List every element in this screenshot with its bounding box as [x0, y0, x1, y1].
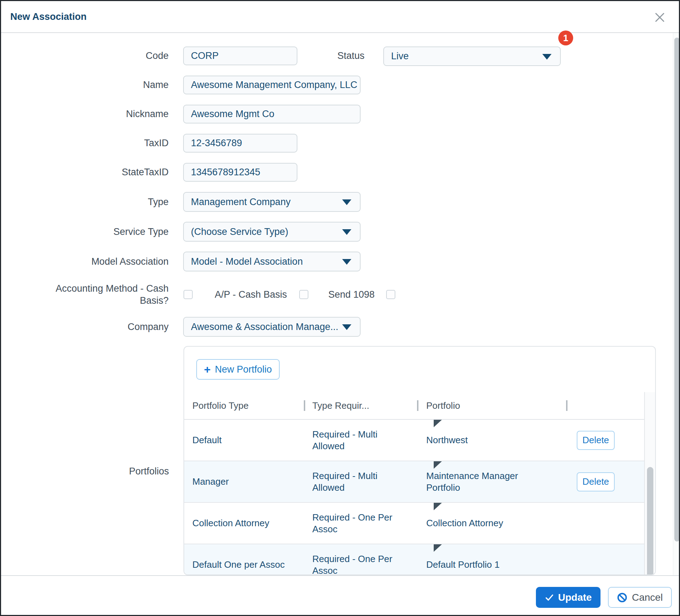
cell-actions: Delete [577, 420, 641, 461]
column-separator[interactable] [566, 400, 567, 411]
column-header-portfolio[interactable]: Portfolio [426, 392, 460, 419]
portfolio-table-header: Portfolio Type Type Requir... Portfolio [184, 392, 645, 420]
code-input[interactable]: CORP [183, 46, 297, 65]
cell-type-required: Required - One Per Assoc [312, 503, 415, 544]
cell-portfolio-type: Collection Attorney [192, 503, 302, 544]
cell-type-required: Required - Multi Allowed [312, 461, 415, 502]
ap-cash-basis-label: A/P - Cash Basis [215, 290, 287, 299]
table-scrollbar-thumb[interactable] [647, 467, 653, 575]
cell-portfolio[interactable]: Collection Attorney [426, 503, 568, 544]
table-row[interactable]: Collection Attorney Required - One Per A… [184, 503, 645, 544]
cell-edited-corner-icon [434, 503, 442, 510]
check-icon [545, 593, 554, 602]
statetaxid-input[interactable]: 1345678912345 [183, 163, 297, 182]
cell-actions [577, 503, 641, 544]
model-association-label: Model Association [1, 252, 169, 271]
taxid-value: 12-3456789 [191, 138, 242, 149]
update-label: Update [558, 592, 592, 603]
status-select[interactable]: Live [383, 46, 561, 66]
name-input[interactable]: Awesome Management Company, LLC [183, 76, 361, 94]
modal-footer: Update Cancel [1, 576, 679, 616]
cell-type-required: Required - One Per Assoc [312, 544, 415, 575]
close-button[interactable] [653, 10, 667, 24]
table-scrollbar-track[interactable] [644, 392, 656, 575]
chevron-down-icon [342, 199, 351, 205]
column-separator[interactable] [304, 400, 305, 411]
cell-portfolio-type: Default One per Assoc [192, 544, 302, 575]
chevron-down-icon [342, 259, 351, 265]
close-icon [654, 11, 666, 23]
modal-header: New Association [1, 1, 679, 33]
chevron-down-icon [542, 54, 552, 60]
column-header-portfolio-type[interactable]: Portfolio Type [192, 392, 249, 419]
send-1098-label: Send 1098 [328, 290, 375, 299]
new-portfolio-label: New Portfolio [215, 364, 272, 375]
cell-portfolio-type: Default [192, 420, 302, 461]
no-entry-icon [617, 592, 627, 603]
company-select[interactable]: Awesome & Association Manage... [183, 317, 361, 337]
cell-edited-corner-icon [434, 461, 442, 469]
cell-actions [577, 544, 641, 575]
cell-type-required: Required - Multi Allowed [312, 420, 415, 461]
cell-edited-corner-icon [434, 420, 442, 427]
model-association-value: Model - Model Association [191, 256, 303, 267]
new-association-modal: New Association 1 Code CORP Status Live … [0, 0, 680, 616]
portfolios-label: Portfolios [27, 466, 169, 477]
type-select[interactable]: Management Company [183, 192, 361, 212]
nickname-value: Awesome Mgmt Co [191, 109, 274, 120]
modal-title: New Association [10, 1, 87, 32]
cell-edited-corner-icon [434, 544, 442, 552]
cell-portfolio[interactable]: Default Portfolio 1 [426, 544, 568, 575]
cell-actions: Delete [577, 461, 641, 502]
update-button[interactable]: Update [536, 587, 601, 608]
name-value: Awesome Management Company, LLC [191, 79, 357, 90]
table-row[interactable]: Manager Required - Multi Allowed Mainten… [184, 461, 645, 503]
code-value: CORP [191, 50, 219, 61]
notification-badge: 1 [558, 31, 573, 45]
status-value: Live [391, 51, 409, 62]
delete-button[interactable]: Delete [577, 472, 615, 491]
code-label: Code [1, 46, 169, 65]
statetaxid-value: 1345678912345 [191, 167, 260, 178]
cell-portfolio[interactable]: Northwest [426, 420, 568, 461]
cancel-button[interactable]: Cancel [608, 587, 672, 608]
portfolios-panel: + New Portfolio Portfolio Type Type Requ… [183, 346, 656, 575]
chevron-down-icon [342, 324, 351, 330]
delete-button[interactable]: Delete [577, 431, 615, 450]
send-1098-checkbox[interactable] [386, 290, 395, 299]
name-label: Name [1, 76, 169, 94]
accounting-cash-basis-label: Accounting Method - Cash Basis? [27, 282, 169, 307]
taxid-input[interactable]: 12-3456789 [183, 134, 297, 153]
statetaxid-label: StateTaxID [1, 163, 169, 182]
table-row[interactable]: Default One per Assoc Required - One Per… [184, 544, 645, 575]
type-value: Management Company [191, 197, 291, 208]
taxid-label: TaxID [1, 134, 169, 153]
chevron-down-icon [342, 229, 351, 235]
service-type-select[interactable]: (Choose Service Type) [183, 222, 361, 242]
company-label: Company [1, 317, 169, 337]
cancel-label: Cancel [632, 592, 663, 603]
table-row[interactable]: Default Required - Multi Allowed Northwe… [184, 420, 645, 461]
status-label: Status [294, 46, 364, 65]
new-portfolio-button[interactable]: + New Portfolio [196, 359, 280, 380]
nickname-input[interactable]: Awesome Mgmt Co [183, 105, 361, 123]
nickname-label: Nickname [1, 105, 169, 123]
modal-scrollbar-thumb[interactable] [674, 38, 680, 541]
column-separator[interactable] [417, 400, 418, 411]
ap-cash-basis-checkbox[interactable] [299, 290, 308, 299]
plus-icon: + [204, 364, 211, 375]
cell-portfolio[interactable]: Maintenance Manager Portfolio [426, 461, 568, 502]
model-association-select[interactable]: Model - Model Association [183, 252, 361, 271]
column-header-type-required[interactable]: Type Requir... [312, 392, 369, 419]
type-label: Type [1, 192, 169, 212]
service-type-label: Service Type [1, 222, 169, 242]
accounting-cash-basis-checkbox[interactable] [183, 290, 193, 299]
cell-portfolio-type: Manager [192, 461, 302, 502]
company-value: Awesome & Association Manage... [191, 321, 338, 332]
service-type-value: (Choose Service Type) [191, 226, 288, 237]
